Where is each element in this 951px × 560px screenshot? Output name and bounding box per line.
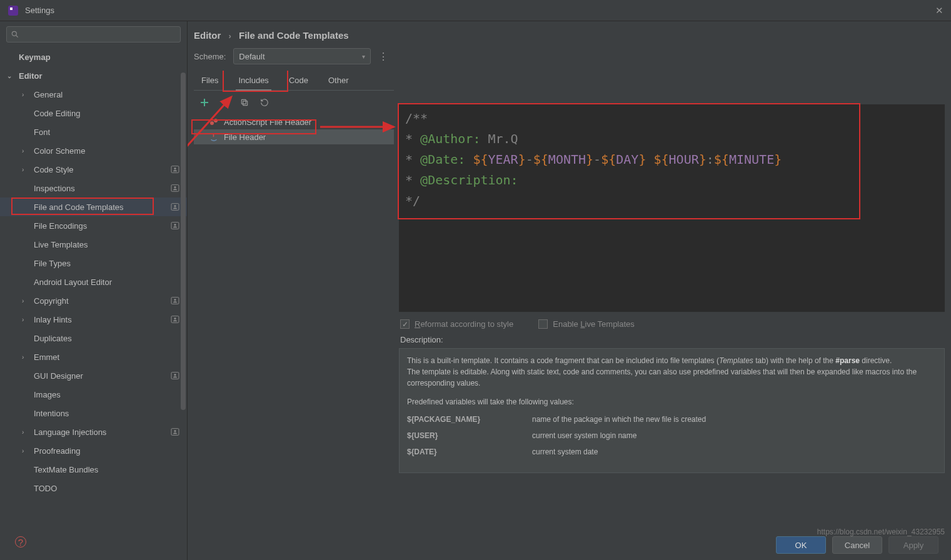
- code: }: [638, 152, 646, 167]
- scheme-value: Default: [239, 52, 264, 61]
- tree-item-file-types[interactable]: File Types: [0, 254, 187, 272]
- tree-item-duplicates[interactable]: Duplicates: [0, 329, 187, 348]
- search-input[interactable]: [22, 30, 176, 39]
- apply-button[interactable]: Apply: [888, 536, 938, 554]
- profile-icon: [169, 201, 181, 212]
- code: DAY: [616, 152, 638, 167]
- svg-rect-20: [243, 101, 248, 106]
- breadcrumb: Editor › File and Code Templates: [188, 21, 951, 44]
- label: Android Layout Editor: [34, 278, 112, 287]
- tree-item-emmet[interactable]: ›Emmet: [0, 348, 187, 366]
- tree-item-textmate-bundles[interactable]: TextMate Bundles: [0, 460, 187, 479]
- tree-item-todo[interactable]: TODO: [0, 479, 187, 498]
- tree-item-code-style[interactable]: ›Code Style: [0, 160, 187, 179]
- templates-toolbar: −: [194, 91, 394, 114]
- tab-other[interactable]: Other: [326, 73, 351, 90]
- tree-item-code-editing[interactable]: Code Editing: [0, 104, 187, 122]
- label: Keymap: [19, 52, 51, 62]
- tree-item-gui-designer[interactable]: GUI Designer: [0, 366, 187, 385]
- tree-item-proofreading[interactable]: ›Proofreading: [0, 441, 187, 460]
- cancel-button[interactable]: Cancel: [832, 536, 882, 554]
- label: Enable Live Templates: [553, 319, 635, 329]
- label: Proofreading: [34, 446, 80, 456]
- label: Emmet: [34, 352, 59, 362]
- tree-item-color-scheme[interactable]: ›Color Scheme: [0, 141, 187, 160]
- template-actionscript-header[interactable]: ActionScript File Header: [194, 114, 394, 129]
- code: [646, 152, 653, 167]
- tree-item-android-layout-editor[interactable]: Android Layout Editor: [0, 272, 187, 291]
- more-actions-icon[interactable]: ⋮: [378, 51, 389, 62]
- tab-files[interactable]: Files: [199, 73, 221, 90]
- label: File Types: [34, 259, 71, 268]
- svg-point-7: [174, 186, 176, 188]
- reformat-checkbox[interactable]: Reformat according to style: [400, 319, 513, 329]
- chevron-right-icon: ›: [22, 448, 24, 454]
- main-row: Keymap ⌄Editor ›GeneralCode EditingFont›…: [0, 21, 951, 560]
- tab-includes[interactable]: Includes: [236, 73, 271, 90]
- tree-item-inlay-hints[interactable]: ›Inlay Hints: [0, 310, 187, 329]
- code: */: [405, 193, 420, 208]
- watermark: https://blog.csdn.net/weixin_43232955: [817, 528, 945, 536]
- label: Inspections: [34, 184, 75, 193]
- code: /**: [405, 111, 428, 126]
- tree-item-keymap[interactable]: Keymap: [0, 48, 187, 66]
- label: TODO: [34, 484, 57, 493]
- actionscript-icon: [209, 117, 219, 127]
- tree-item-editor[interactable]: ⌄Editor: [0, 66, 187, 85]
- svg-point-15: [174, 318, 176, 319]
- revert-template-button[interactable]: [259, 97, 270, 108]
- label: Reformat according to style: [415, 319, 513, 329]
- label: Duplicates: [34, 334, 72, 343]
- search-box[interactable]: [6, 26, 181, 42]
- tab-code[interactable]: Code: [286, 73, 311, 90]
- code: }: [586, 152, 593, 167]
- label: Intentions: [34, 409, 69, 418]
- tree-item-images[interactable]: Images: [0, 385, 187, 404]
- svg-point-17: [174, 374, 176, 376]
- tree-item-file-encodings[interactable]: File Encodings: [0, 216, 187, 235]
- sidebar: Keymap ⌄Editor ›GeneralCode EditingFont›…: [0, 21, 188, 560]
- search-icon: [11, 30, 19, 39]
- code: }: [774, 152, 782, 167]
- tree-item-inspections[interactable]: Inspections: [0, 179, 187, 198]
- help-icon[interactable]: ?: [15, 536, 26, 548]
- chevron-right-icon: ›: [22, 316, 24, 323]
- code: }: [518, 152, 526, 167]
- copy-template-button[interactable]: [239, 97, 250, 108]
- template-editor[interactable]: /** * @Author: Mr.Q * @Date: ${YEAR}-${M…: [399, 104, 945, 312]
- desc-p2: The template is editable. Along with sta…: [407, 366, 937, 389]
- svg-point-11: [174, 224, 176, 226]
- tree-item-general[interactable]: ›General: [0, 85, 187, 104]
- tree-item-copyright[interactable]: ›Copyright: [0, 291, 187, 310]
- code: Mr.Q: [488, 131, 518, 146]
- sidebar-scrollbar[interactable]: [181, 72, 186, 554]
- chevron-right-icon: ›: [22, 429, 24, 436]
- tree-item-file-and-code-templates[interactable]: File and Code Templates: [0, 198, 187, 216]
- scrollbar-thumb[interactable]: [181, 72, 186, 410]
- tree-item-language-injections[interactable]: ›Language Injections: [0, 422, 187, 441]
- code: ${: [601, 152, 616, 167]
- editor-options: Reformat according to style Enable Live …: [399, 312, 945, 334]
- description-label: Description:: [399, 334, 945, 348]
- remove-template-button[interactable]: −: [219, 97, 230, 108]
- tree-item-live-templates[interactable]: Live Templates: [0, 235, 187, 254]
- label: File and Code Templates: [34, 202, 124, 212]
- tree-item-font[interactable]: Font: [0, 122, 187, 141]
- live-templates-checkbox[interactable]: Enable Live Templates: [538, 319, 635, 329]
- breadcrumb-a[interactable]: Editor: [194, 30, 221, 41]
- variable-name: ${USER}: [407, 430, 495, 441]
- template-file-header[interactable]: File Header: [194, 129, 394, 144]
- app-icon: [8, 5, 19, 16]
- chevron-right-icon: ›: [22, 354, 24, 361]
- tree-item-intentions[interactable]: Intentions: [0, 404, 187, 422]
- add-template-button[interactable]: [199, 97, 210, 108]
- code: YEAR: [488, 152, 518, 167]
- close-icon[interactable]: ✕: [935, 5, 943, 16]
- template-item-label: File Header: [224, 132, 266, 142]
- ok-button[interactable]: OK: [776, 536, 826, 554]
- code: ${: [714, 152, 729, 167]
- titlebar: Settings ✕: [0, 0, 951, 21]
- scheme-dropdown[interactable]: Default ▾: [233, 48, 371, 64]
- template-item-label: ActionScript File Header: [224, 118, 311, 127]
- description-box[interactable]: This is a built-in template. It contains…: [399, 348, 945, 473]
